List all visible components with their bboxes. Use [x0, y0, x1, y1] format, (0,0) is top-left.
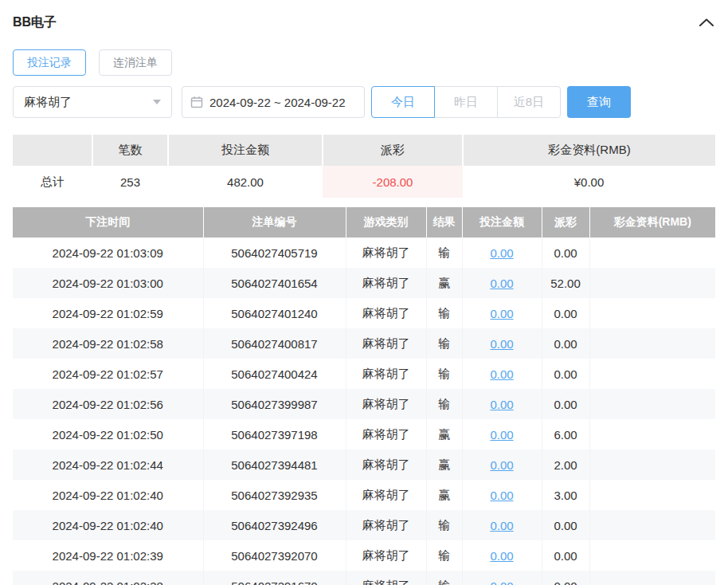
- cell-game: 麻将胡了: [346, 389, 426, 419]
- game-type-select-value: 麻将胡了: [24, 95, 72, 110]
- today-button[interactable]: 今日: [371, 86, 435, 118]
- panel-header: BB电子: [13, 13, 715, 32]
- table-row: 2024-09-22 01:02:595064027401240麻将胡了输0.0…: [13, 298, 715, 328]
- bet-amount-link[interactable]: 0.00: [490, 579, 513, 585]
- cell-order-no: 5064027392496: [203, 510, 346, 540]
- cell-result: 赢: [426, 268, 462, 298]
- summary-header-bonus: 彩金资料(RMB): [463, 135, 715, 166]
- records-header-time: 下注时间: [13, 207, 203, 238]
- cell-result: 赢: [426, 480, 462, 510]
- cell-bet: 0.00: [462, 571, 542, 585]
- cell-result: 赢: [426, 450, 462, 480]
- table-row: 2024-09-22 01:02:445064027394481麻将胡了赢0.0…: [13, 450, 715, 480]
- cell-bonus: [589, 540, 715, 571]
- cell-result: 赢: [426, 419, 462, 450]
- bet-amount-link[interactable]: 0.00: [490, 337, 513, 351]
- cell-bet: 0.00: [462, 450, 542, 480]
- cell-time: 2024-09-22 01:02:40: [13, 510, 203, 540]
- bet-amount-link[interactable]: 0.00: [490, 246, 513, 260]
- cell-bet: 0.00: [462, 268, 542, 298]
- summary-header-bet-amount: 投注金额: [168, 135, 323, 166]
- cell-payout: 0.00: [542, 328, 589, 359]
- cell-game: 麻将胡了: [346, 540, 426, 571]
- bet-amount-link[interactable]: 0.00: [490, 367, 513, 381]
- cell-bonus: [589, 268, 715, 298]
- cell-order-no: 5064027392935: [203, 480, 346, 510]
- bet-amount-link[interactable]: 0.00: [490, 549, 513, 563]
- last-8-days-button[interactable]: 近8日: [497, 86, 561, 118]
- calendar-icon: [190, 96, 203, 108]
- cell-result: 输: [426, 389, 462, 419]
- cell-order-no: 5064027405719: [203, 238, 346, 268]
- cell-result: 输: [426, 238, 462, 268]
- cell-game: 麻将胡了: [346, 571, 426, 585]
- cell-game: 麻将胡了: [346, 268, 426, 298]
- records-header-game-type: 游戏类别: [346, 207, 426, 238]
- yesterday-button[interactable]: 昨日: [434, 86, 498, 118]
- cell-payout: 0.00: [542, 571, 589, 585]
- cell-bonus: [589, 510, 715, 540]
- cell-result: 输: [426, 510, 462, 540]
- cell-bet: 0.00: [462, 389, 542, 419]
- quick-date-buttons: 今日 昨日 近8日: [371, 86, 561, 118]
- bet-amount-link[interactable]: 0.00: [490, 458, 513, 472]
- cell-order-no: 5064027401240: [203, 298, 346, 328]
- records-header-payout: 派彩: [542, 207, 589, 238]
- bet-amount-link[interactable]: 0.00: [490, 428, 513, 442]
- summary-total-bonus: ¥0.00: [463, 166, 715, 198]
- filter-bar: 麻将胡了 2024-09-22 ~ 2024-09-22 今日 昨日 近8日 查…: [13, 86, 715, 118]
- cell-order-no: 5064027394481: [203, 450, 346, 480]
- summary-total-label: 总计: [13, 166, 92, 198]
- cell-bonus: [589, 238, 715, 268]
- cell-time: 2024-09-22 01:03:00: [13, 268, 203, 298]
- bet-amount-link[interactable]: 0.00: [490, 277, 513, 290]
- cell-bonus: [589, 480, 715, 510]
- tab-bet-records[interactable]: 投注记录: [13, 49, 86, 76]
- cell-bonus: [589, 389, 715, 419]
- chevron-down-icon: [153, 100, 161, 104]
- cell-payout: 3.00: [542, 480, 589, 510]
- cell-game: 麻将胡了: [346, 238, 426, 268]
- records-header-order-no: 注单编号: [203, 207, 346, 238]
- bet-amount-link[interactable]: 0.00: [490, 398, 513, 411]
- cell-result: 输: [426, 540, 462, 571]
- cell-time: 2024-09-22 01:02:58: [13, 328, 203, 359]
- cell-time: 2024-09-22 01:03:09: [13, 238, 203, 268]
- tab-cancelled-orders[interactable]: 连消注单: [99, 49, 172, 76]
- date-range-input[interactable]: 2024-09-22 ~ 2024-09-22: [182, 86, 365, 118]
- cell-payout: 0.00: [542, 389, 589, 419]
- cell-payout: 0.00: [542, 298, 589, 328]
- summary-header-payout: 派彩: [323, 135, 463, 166]
- summary-header-blank: [13, 135, 92, 166]
- summary-total-row: 总计 253 482.00 -208.00 ¥0.00: [13, 166, 715, 198]
- cell-bet: 0.00: [462, 238, 542, 268]
- game-type-select[interactable]: 麻将胡了: [13, 86, 172, 118]
- cell-bet: 0.00: [462, 359, 542, 389]
- records-header-row: 下注时间 注单编号 游戏类别 结果 投注金额 派彩 彩金资料(RMB): [13, 207, 715, 238]
- collapse-chevron-up-icon[interactable]: [698, 17, 715, 28]
- query-button[interactable]: 查询: [567, 86, 631, 118]
- cell-payout: 0.00: [542, 359, 589, 389]
- summary-total-count: 253: [92, 166, 168, 198]
- bb-electronic-panel: BB电子 投注记录 连消注单 麻将胡了 2024-09-22 ~ 2: [0, 0, 728, 585]
- cell-result: 输: [426, 298, 462, 328]
- table-row: 2024-09-22 01:02:565064027399987麻将胡了输0.0…: [13, 389, 715, 419]
- page-title: BB电子: [13, 14, 57, 31]
- bet-amount-link[interactable]: 0.00: [490, 307, 513, 320]
- cell-order-no: 5064027400424: [203, 359, 346, 389]
- records-header-bet-amount: 投注金额: [462, 207, 542, 238]
- bet-amount-link[interactable]: 0.00: [490, 489, 513, 502]
- cell-payout: 52.00: [542, 268, 589, 298]
- cell-time: 2024-09-22 01:02:44: [13, 450, 203, 480]
- table-row: 2024-09-22 01:02:405064027392496麻将胡了输0.0…: [13, 510, 715, 540]
- records-header-result: 结果: [426, 207, 462, 238]
- cell-payout: 6.00: [542, 419, 589, 450]
- cell-bet: 0.00: [462, 419, 542, 450]
- cell-bonus: [589, 328, 715, 359]
- cell-time: 2024-09-22 01:02:59: [13, 298, 203, 328]
- cell-order-no: 5064027397198: [203, 419, 346, 450]
- cell-payout: 2.00: [542, 450, 589, 480]
- table-row: 2024-09-22 01:03:095064027405719麻将胡了输0.0…: [13, 238, 715, 268]
- bet-amount-link[interactable]: 0.00: [490, 519, 513, 532]
- cell-order-no: 5064027391670: [203, 571, 346, 585]
